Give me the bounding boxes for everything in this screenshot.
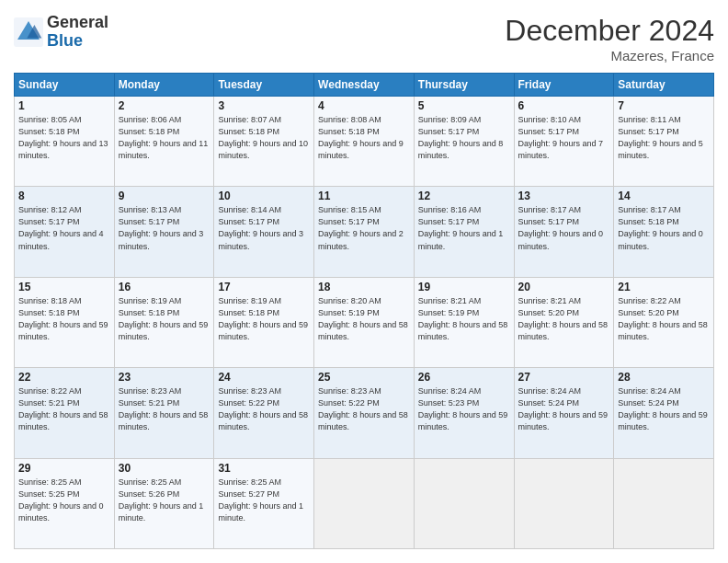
cell-info: Sunrise: 8:13 AM Sunset: 5:17 PM Dayligh… [119, 204, 210, 252]
header-row: SundayMondayTuesdayWednesdayThursdayFrid… [15, 74, 714, 97]
page: General Blue December 2024 Mazeres, Fran… [0, 0, 728, 563]
calendar-cell: 13Sunrise: 8:17 AM Sunset: 5:17 PM Dayli… [514, 187, 614, 277]
calendar-cell [514, 458, 614, 548]
calendar-cell: 27Sunrise: 8:24 AM Sunset: 5:24 PM Dayli… [514, 368, 614, 458]
calendar-cell: 11Sunrise: 8:15 AM Sunset: 5:17 PM Dayli… [314, 187, 415, 277]
cell-info: Sunrise: 8:25 AM Sunset: 5:25 PM Dayligh… [18, 477, 110, 524]
day-number: 17 [218, 281, 310, 293]
cell-info: Sunrise: 8:09 AM Sunset: 5:17 PM Dayligh… [418, 114, 510, 162]
cell-info: Sunrise: 8:21 AM Sunset: 5:19 PM Dayligh… [418, 295, 510, 343]
calendar-cell: 28Sunrise: 8:24 AM Sunset: 5:24 PM Dayli… [614, 368, 714, 458]
cell-info: Sunrise: 8:10 AM Sunset: 5:17 PM Dayligh… [518, 114, 610, 162]
day-number: 31 [218, 462, 310, 475]
calendar-cell: 20Sunrise: 8:21 AM Sunset: 5:20 PM Dayli… [514, 277, 614, 367]
cell-info: Sunrise: 8:24 AM Sunset: 5:24 PM Dayligh… [618, 385, 710, 433]
cell-info: Sunrise: 8:25 AM Sunset: 5:27 PM Dayligh… [218, 477, 310, 524]
location: Mazeres, France [505, 48, 714, 63]
day-number: 9 [119, 190, 210, 202]
calendar-cell: 5Sunrise: 8:09 AM Sunset: 5:17 PM Daylig… [414, 97, 514, 187]
logo: General Blue [14, 14, 108, 51]
calendar-cell: 1Sunrise: 8:05 AM Sunset: 5:18 PM Daylig… [15, 97, 115, 187]
day-number: 13 [518, 190, 610, 202]
day-header-tuesday: Tuesday [214, 74, 314, 97]
cell-info: Sunrise: 8:18 AM Sunset: 5:18 PM Dayligh… [18, 295, 110, 343]
day-number: 26 [418, 371, 510, 384]
calendar-cell [314, 458, 415, 548]
cell-info: Sunrise: 8:21 AM Sunset: 5:20 PM Dayligh… [518, 295, 610, 343]
day-number: 2 [119, 99, 210, 112]
day-number: 18 [318, 281, 410, 293]
day-number: 24 [218, 371, 310, 384]
day-number: 16 [119, 281, 210, 293]
cell-info: Sunrise: 8:24 AM Sunset: 5:23 PM Dayligh… [418, 385, 510, 433]
day-number: 20 [518, 281, 610, 293]
calendar-cell: 16Sunrise: 8:19 AM Sunset: 5:18 PM Dayli… [114, 277, 214, 367]
cell-info: Sunrise: 8:12 AM Sunset: 5:17 PM Dayligh… [18, 204, 110, 252]
cell-info: Sunrise: 8:11 AM Sunset: 5:17 PM Dayligh… [618, 114, 710, 162]
calendar-cell: 31Sunrise: 8:25 AM Sunset: 5:27 PM Dayli… [214, 458, 314, 548]
cell-info: Sunrise: 8:17 AM Sunset: 5:17 PM Dayligh… [518, 204, 610, 252]
calendar-cell: 12Sunrise: 8:16 AM Sunset: 5:17 PM Dayli… [414, 187, 514, 277]
cell-info: Sunrise: 8:23 AM Sunset: 5:21 PM Dayligh… [119, 385, 210, 433]
day-header-sunday: Sunday [15, 74, 115, 97]
title-section: December 2024 Mazeres, France [505, 14, 714, 63]
calendar-header: SundayMondayTuesdayWednesdayThursdayFrid… [15, 74, 714, 97]
day-header-thursday: Thursday [414, 74, 514, 97]
calendar-cell: 8Sunrise: 8:12 AM Sunset: 5:17 PM Daylig… [15, 187, 115, 277]
day-number: 12 [418, 190, 510, 202]
day-number: 30 [119, 462, 210, 475]
day-header-monday: Monday [114, 74, 214, 97]
cell-info: Sunrise: 8:25 AM Sunset: 5:26 PM Dayligh… [119, 477, 210, 524]
day-number: 27 [518, 371, 610, 384]
day-header-friday: Friday [514, 74, 614, 97]
week-row-2: 8Sunrise: 8:12 AM Sunset: 5:17 PM Daylig… [15, 187, 714, 277]
calendar-cell: 9Sunrise: 8:13 AM Sunset: 5:17 PM Daylig… [114, 187, 214, 277]
day-number: 22 [18, 371, 110, 384]
calendar-cell: 23Sunrise: 8:23 AM Sunset: 5:21 PM Dayli… [114, 368, 214, 458]
week-row-5: 29Sunrise: 8:25 AM Sunset: 5:25 PM Dayli… [15, 458, 714, 548]
day-number: 5 [418, 99, 510, 112]
cell-info: Sunrise: 8:23 AM Sunset: 5:22 PM Dayligh… [218, 385, 310, 433]
calendar-cell: 26Sunrise: 8:24 AM Sunset: 5:23 PM Dayli… [414, 368, 514, 458]
day-number: 6 [518, 99, 610, 112]
day-header-saturday: Saturday [614, 74, 714, 97]
header: General Blue December 2024 Mazeres, Fran… [14, 14, 714, 63]
day-number: 29 [18, 462, 110, 475]
calendar-cell: 3Sunrise: 8:07 AM Sunset: 5:18 PM Daylig… [214, 97, 314, 187]
day-number: 21 [618, 281, 710, 293]
cell-info: Sunrise: 8:06 AM Sunset: 5:18 PM Dayligh… [119, 114, 210, 162]
calendar-body: 1Sunrise: 8:05 AM Sunset: 5:18 PM Daylig… [15, 97, 714, 549]
cell-info: Sunrise: 8:19 AM Sunset: 5:18 PM Dayligh… [119, 295, 210, 343]
cell-info: Sunrise: 8:19 AM Sunset: 5:18 PM Dayligh… [218, 295, 310, 343]
day-number: 3 [218, 99, 310, 112]
cell-info: Sunrise: 8:05 AM Sunset: 5:18 PM Dayligh… [18, 114, 110, 162]
calendar-cell: 4Sunrise: 8:08 AM Sunset: 5:18 PM Daylig… [314, 97, 415, 187]
cell-info: Sunrise: 8:14 AM Sunset: 5:17 PM Dayligh… [218, 204, 310, 252]
calendar-cell: 24Sunrise: 8:23 AM Sunset: 5:22 PM Dayli… [214, 368, 314, 458]
calendar-cell: 21Sunrise: 8:22 AM Sunset: 5:20 PM Dayli… [614, 277, 714, 367]
day-number: 19 [418, 281, 510, 293]
cell-info: Sunrise: 8:16 AM Sunset: 5:17 PM Dayligh… [418, 204, 510, 252]
calendar-cell: 19Sunrise: 8:21 AM Sunset: 5:19 PM Dayli… [414, 277, 514, 367]
day-number: 25 [318, 371, 410, 384]
day-number: 11 [318, 190, 410, 202]
calendar-cell: 10Sunrise: 8:14 AM Sunset: 5:17 PM Dayli… [214, 187, 314, 277]
cell-info: Sunrise: 8:07 AM Sunset: 5:18 PM Dayligh… [218, 114, 310, 162]
cell-info: Sunrise: 8:22 AM Sunset: 5:21 PM Dayligh… [18, 385, 110, 433]
calendar-cell: 22Sunrise: 8:22 AM Sunset: 5:21 PM Dayli… [15, 368, 115, 458]
calendar-cell: 25Sunrise: 8:23 AM Sunset: 5:22 PM Dayli… [314, 368, 415, 458]
cell-info: Sunrise: 8:24 AM Sunset: 5:24 PM Dayligh… [518, 385, 610, 433]
calendar-cell: 18Sunrise: 8:20 AM Sunset: 5:19 PM Dayli… [314, 277, 415, 367]
calendar-cell: 17Sunrise: 8:19 AM Sunset: 5:18 PM Dayli… [214, 277, 314, 367]
cell-info: Sunrise: 8:15 AM Sunset: 5:17 PM Dayligh… [318, 204, 410, 252]
calendar-cell: 29Sunrise: 8:25 AM Sunset: 5:25 PM Dayli… [15, 458, 115, 548]
general-blue-icon [14, 17, 43, 47]
day-number: 15 [18, 281, 110, 293]
day-number: 1 [18, 99, 110, 112]
calendar-cell: 2Sunrise: 8:06 AM Sunset: 5:18 PM Daylig… [114, 97, 214, 187]
day-number: 28 [618, 371, 710, 384]
day-number: 8 [18, 190, 110, 202]
cell-info: Sunrise: 8:17 AM Sunset: 5:18 PM Dayligh… [618, 204, 710, 252]
logo-text: General Blue [47, 14, 108, 51]
cell-info: Sunrise: 8:22 AM Sunset: 5:20 PM Dayligh… [618, 295, 710, 343]
